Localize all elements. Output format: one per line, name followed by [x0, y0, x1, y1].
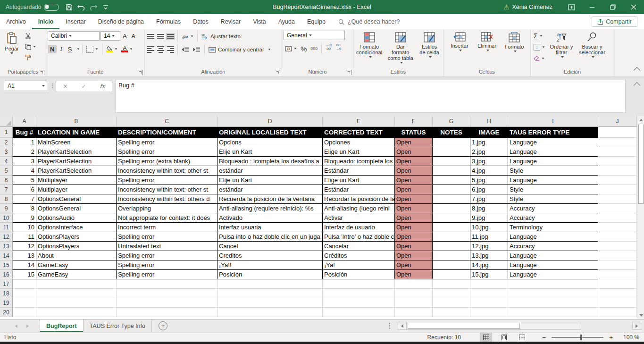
- cell[interactable]: Cancelar: [323, 242, 395, 251]
- cell[interactable]: Accuracy: [508, 204, 598, 213]
- column-header-J[interactable]: J: [598, 116, 637, 126]
- user-name[interactable]: Xènia Giménez: [512, 4, 552, 10]
- row-header-17[interactable]: 17: [0, 279, 13, 289]
- cell[interactable]: [433, 204, 470, 213]
- fill-button[interactable]: ↓: [532, 42, 546, 52]
- row-header-19[interactable]: 19: [0, 298, 13, 308]
- cell[interactable]: PlayerKartSelection: [36, 147, 117, 157]
- cell[interactable]: [217, 289, 323, 298]
- ribbon-tab-fórmulas[interactable]: Fórmulas: [150, 14, 187, 29]
- warning-icon[interactable]: ⚠: [503, 3, 510, 11]
- new-sheet-button[interactable]: +: [159, 321, 167, 330]
- wrap-text-button[interactable]: ab Ajustar texto: [200, 31, 242, 42]
- cell[interactable]: 9: [13, 213, 36, 223]
- number-dialog-launcher[interactable]: [346, 70, 351, 75]
- cell[interactable]: Créditos: [323, 251, 395, 260]
- cell[interactable]: Creditos: [217, 251, 323, 260]
- cell[interactable]: Spelling error (extra blank): [117, 157, 217, 166]
- row-header-3[interactable]: 3: [0, 147, 13, 157]
- cancel-entry-icon[interactable]: ✕: [63, 83, 67, 90]
- cell[interactable]: 9.jpg: [470, 213, 508, 223]
- increase-decimal-button[interactable]: ←000: [324, 43, 333, 54]
- align-left-icon[interactable]: [146, 45, 155, 54]
- ribbon-tab-revisar[interactable]: Revisar: [215, 14, 247, 29]
- cell[interactable]: [598, 242, 637, 251]
- cell[interactable]: [117, 298, 217, 308]
- cell[interactable]: [598, 298, 637, 308]
- cell[interactable]: [470, 308, 508, 317]
- cell[interactable]: [470, 298, 508, 308]
- customize-qat-icon[interactable]: [100, 1, 112, 13]
- cell[interactable]: [433, 185, 470, 194]
- autosum-button[interactable]: Σ: [532, 31, 546, 41]
- row-header-16[interactable]: 16: [0, 270, 13, 279]
- decrease-indent-icon[interactable]: [180, 44, 191, 55]
- cell[interactable]: [13, 298, 36, 308]
- alignment-dialog-launcher[interactable]: [275, 70, 280, 75]
- row-header-13[interactable]: 13: [0, 242, 13, 251]
- format-cells-button[interactable]: Formato: [502, 31, 527, 65]
- percent-style-button[interactable]: %: [299, 43, 308, 54]
- select-all-corner[interactable]: [0, 116, 13, 126]
- cell[interactable]: Open: [395, 270, 433, 279]
- cell[interactable]: [598, 204, 637, 213]
- cell[interactable]: [508, 308, 598, 317]
- cell[interactable]: OptionsInterface: [36, 223, 117, 232]
- cell[interactable]: Bug #: [13, 127, 36, 138]
- cell[interactable]: [117, 289, 217, 298]
- cell[interactable]: 2.jpg: [470, 147, 508, 157]
- cell[interactable]: NOTES: [433, 127, 470, 138]
- cell[interactable]: 13.jpg: [470, 251, 508, 260]
- cell[interactable]: 8: [13, 204, 36, 213]
- cell[interactable]: 12.jpg: [470, 242, 508, 251]
- number-format-combo[interactable]: General: [284, 31, 345, 40]
- collapse-formula-bar-icon[interactable]: [634, 82, 640, 89]
- cell[interactable]: Accuracy: [508, 213, 598, 223]
- merge-center-button[interactable]: Combinar y centrar: [207, 44, 272, 55]
- cell[interactable]: Estándar: [323, 185, 395, 194]
- cell[interactable]: Spelling error: [117, 251, 217, 260]
- cell[interactable]: Open: [395, 204, 433, 213]
- cell[interactable]: Multiplayer: [36, 176, 117, 185]
- fill-color-button[interactable]: [105, 44, 119, 54]
- ribbon-tab-ayuda[interactable]: Ayuda: [272, 14, 301, 29]
- cell[interactable]: [508, 279, 598, 289]
- page-break-view-button[interactable]: [516, 333, 528, 342]
- cell[interactable]: Pulsa 'Intro' o haz doble c: [323, 232, 395, 242]
- normal-view-button[interactable]: [480, 333, 492, 342]
- cell[interactable]: ORIGINAL LOCALISED TEXT: [217, 127, 323, 138]
- cell[interactable]: Untraslated text: [117, 242, 217, 251]
- restore-icon[interactable]: [602, 0, 623, 14]
- cell[interactable]: Open: [395, 138, 433, 147]
- cell[interactable]: Estándar: [323, 166, 395, 176]
- cell[interactable]: 7.jpg: [470, 194, 508, 204]
- cell[interactable]: [598, 166, 637, 176]
- cell[interactable]: [433, 232, 470, 242]
- cell[interactable]: MainScreen: [36, 138, 117, 147]
- column-header-G[interactable]: G: [433, 116, 470, 126]
- cell[interactable]: [433, 251, 470, 260]
- row-header-6[interactable]: 6: [0, 176, 13, 185]
- autosave-toggle[interactable]: [44, 4, 59, 11]
- save-icon[interactable]: [63, 1, 75, 13]
- decrease-decimal-button[interactable]: 00→0: [334, 43, 343, 54]
- align-bottom-icon[interactable]: [166, 33, 175, 40]
- scroll-up-icon[interactable]: [637, 116, 644, 124]
- cell[interactable]: [598, 127, 637, 138]
- align-right-icon[interactable]: [166, 45, 175, 54]
- cell[interactable]: OptionsGeneral: [36, 204, 117, 213]
- cell[interactable]: 11.jpg: [470, 232, 508, 242]
- cell[interactable]: CORRECTED TEXT: [323, 127, 395, 138]
- cell[interactable]: Inconsistency within text: other st: [117, 166, 217, 176]
- cell[interactable]: ¡Ya!: [323, 260, 395, 270]
- horizontal-scrollbar[interactable]: [407, 322, 581, 330]
- zoom-in-button[interactable]: +: [608, 334, 614, 341]
- cell[interactable]: [598, 213, 637, 223]
- cell[interactable]: Opcions: [217, 138, 323, 147]
- cell[interactable]: 4: [13, 166, 36, 176]
- cell[interactable]: [598, 157, 637, 166]
- sort-filter-button[interactable]: AZ Ordenar y filtrar: [547, 31, 576, 65]
- collapse-ribbon-icon[interactable]: [634, 67, 640, 74]
- cell[interactable]: Elije un Kart: [217, 147, 323, 157]
- cell[interactable]: 7: [13, 194, 36, 204]
